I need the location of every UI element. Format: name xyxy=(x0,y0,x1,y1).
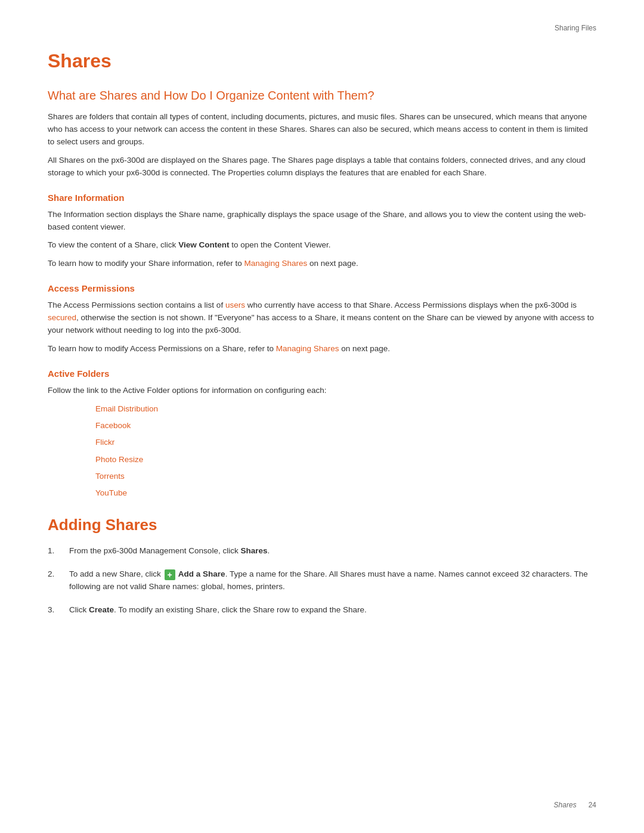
create-bold-label: Create xyxy=(89,605,114,614)
managing-shares-link-2[interactable]: Managing Shares xyxy=(276,344,339,353)
view-content-label: View Content xyxy=(178,240,229,249)
share-information-section: Share Information The Information sectio… xyxy=(48,193,596,271)
add-share-icon: + xyxy=(165,569,175,580)
active-folders-list: Email Distribution Facebook Flickr Photo… xyxy=(48,403,596,500)
list-item: Email Distribution xyxy=(95,403,596,415)
footer-page-number: 24 xyxy=(589,801,596,809)
adding-shares-section: Adding Shares 1. From the px6-300d Manag… xyxy=(48,516,596,617)
step-number: 2. xyxy=(48,568,69,593)
list-item: Photo Resize xyxy=(95,454,596,466)
photo-resize-link[interactable]: Photo Resize xyxy=(95,455,143,464)
facebook-link[interactable]: Facebook xyxy=(95,421,131,430)
what-are-shares-para2: All Shares on the px6-300d are displayed… xyxy=(48,154,596,179)
access-permissions-title: Access Permissions xyxy=(48,283,596,293)
page-header: Sharing Files xyxy=(48,24,596,32)
torrents-link[interactable]: Torrents xyxy=(95,472,125,481)
share-information-para2: To view the content of a Share, click Vi… xyxy=(48,239,596,252)
managing-shares-link-1[interactable]: Managing Shares xyxy=(244,259,307,268)
list-item: Facebook xyxy=(95,420,596,432)
share-information-para3: To learn how to modify your Share inform… xyxy=(48,258,596,270)
flickr-link[interactable]: Flickr xyxy=(95,438,114,447)
active-folders-section: Active Folders Follow the link to the Ac… xyxy=(48,368,596,499)
add-a-share-label: Add a Share xyxy=(177,569,225,578)
footer-label: Shares xyxy=(554,801,577,809)
what-are-shares-section: What are Shares and How Do I Organize Co… xyxy=(48,89,596,179)
step-number: 1. xyxy=(48,545,69,558)
youtube-link[interactable]: YouTube xyxy=(95,488,127,497)
share-information-para1: The Information section displays the Sha… xyxy=(48,209,596,234)
list-item: Flickr xyxy=(95,436,596,448)
email-distribution-link[interactable]: Email Distribution xyxy=(95,404,158,413)
step-1-text: From the px6-300d Management Console, cl… xyxy=(69,545,596,558)
access-permissions-section: Access Permissions The Access Permission… xyxy=(48,283,596,355)
step-number: 3. xyxy=(48,604,69,617)
secured-link[interactable]: secured xyxy=(48,313,76,322)
step-2-text: To add a new Share, click + Add a Share.… xyxy=(69,568,596,593)
page-footer: Shares 24 xyxy=(554,801,596,809)
list-item: 1. From the px6-300d Management Console,… xyxy=(48,545,596,558)
share-information-title: Share Information xyxy=(48,193,596,203)
list-item: YouTube xyxy=(95,487,596,499)
what-are-shares-title: What are Shares and How Do I Organize Co… xyxy=(48,89,596,103)
active-folders-para1: Follow the link to the Active Folder opt… xyxy=(48,385,596,397)
adding-shares-title: Adding Shares xyxy=(48,516,596,534)
what-are-shares-para1: Shares are folders that contain all type… xyxy=(48,111,596,148)
list-item: Torrents xyxy=(95,470,596,482)
breadcrumb: Sharing Files xyxy=(555,24,596,32)
users-link[interactable]: users xyxy=(225,301,245,309)
step-3-text: Click Create. To modify an existing Shar… xyxy=(69,604,596,617)
access-permissions-para1: The Access Permissions section contains … xyxy=(48,299,596,337)
access-permissions-para2: To learn how to modify Access Permission… xyxy=(48,343,596,355)
list-item: 3. Click Create. To modify an existing S… xyxy=(48,604,596,617)
adding-shares-list: 1. From the px6-300d Management Console,… xyxy=(48,545,596,617)
active-folders-title: Active Folders xyxy=(48,368,596,379)
page-title: Shares xyxy=(48,50,596,72)
list-item: 2. To add a new Share, click + Add a Sha… xyxy=(48,568,596,593)
shares-bold-label: Shares xyxy=(240,546,267,555)
